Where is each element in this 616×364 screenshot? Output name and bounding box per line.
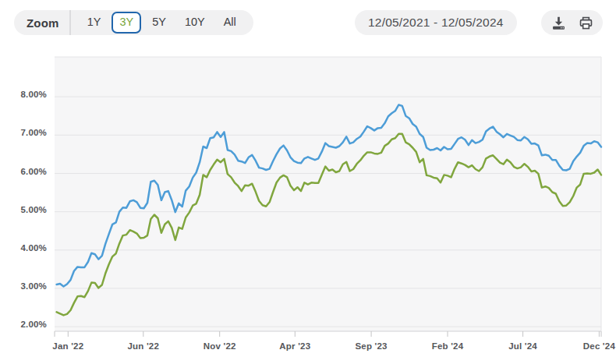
x-axis-label: Nov '22 — [204, 341, 236, 351]
x-axis-label: Feb '24 — [432, 341, 464, 351]
range-button-3y[interactable]: 3Y — [112, 12, 141, 33]
range-button-group: 1Y3Y5Y10YAll — [78, 12, 246, 33]
plot-background — [55, 57, 601, 331]
x-axis-label: Dec '24 — [583, 341, 616, 351]
printer-icon — [578, 15, 594, 31]
y-axis-label: 7.00% — [20, 128, 47, 137]
range-button-1y[interactable]: 1Y — [80, 12, 109, 33]
download-button[interactable] — [550, 14, 567, 31]
zoom-range-toolbar: Zoom 1Y3Y5Y10YAll — [14, 10, 253, 35]
rate-history-chart[interactable]: 2.00%3.00%4.00%5.00%6.00%7.00%8.00%Jan '… — [0, 47, 616, 364]
toolbar-divider — [69, 10, 71, 35]
zoom-label: Zoom — [27, 16, 69, 30]
y-axis-label: 4.00% — [20, 243, 47, 253]
y-axis-label: 5.00% — [20, 205, 47, 214]
download-icon — [551, 15, 567, 31]
date-range-display[interactable]: 12/05/2021 - 12/05/2024 — [355, 10, 517, 35]
x-axis-label: Jun '22 — [128, 341, 160, 351]
y-axis-label: 2.00% — [20, 320, 47, 329]
print-button[interactable] — [577, 14, 594, 31]
y-axis-label: 8.00% — [20, 90, 47, 99]
range-button-10y[interactable]: 10Y — [177, 12, 213, 33]
export-toolbar — [541, 10, 603, 35]
x-axis-label: Jan '22 — [52, 341, 83, 351]
date-range-text: 12/05/2021 - 12/05/2024 — [368, 16, 504, 30]
x-axis-label: Apr '23 — [279, 341, 310, 351]
range-button-5y[interactable]: 5Y — [144, 12, 174, 33]
range-button-all[interactable]: All — [216, 12, 244, 33]
x-axis-label: Sep '23 — [355, 341, 387, 351]
x-axis-label: Jul '24 — [508, 341, 537, 351]
y-axis-label: 6.00% — [20, 167, 47, 176]
y-axis-label: 3.00% — [20, 281, 47, 291]
